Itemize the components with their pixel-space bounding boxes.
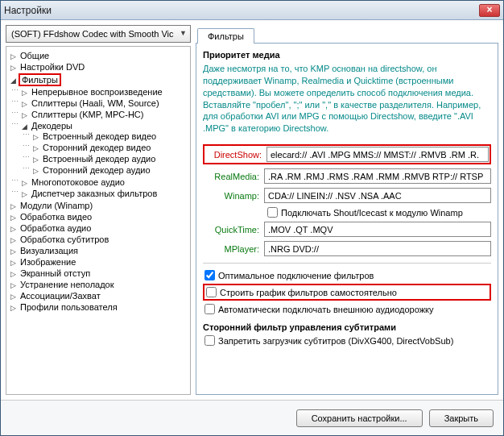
tree-item[interactable]: ▷Непрерывное воспроизведение xyxy=(21,86,190,98)
media-description: Даже несмотря на то, что KMP основан на … xyxy=(203,63,491,135)
expand-icon: ▷ xyxy=(32,168,39,175)
tree-item[interactable]: ▷Ассоциации/Захват xyxy=(10,290,190,301)
tree-item-label[interactable]: Диспетчер заказных фильтров xyxy=(30,189,159,198)
row-shout-icecast: Подключать Shout/Icecast к модулю Winamp xyxy=(203,207,491,218)
tree-item[interactable]: ▷Обработка видео xyxy=(10,211,190,222)
row-directshow: DirectShow: xyxy=(203,144,491,164)
input-realmedia[interactable] xyxy=(264,168,491,184)
expand-icon: ▷ xyxy=(10,271,17,278)
tree-item-label[interactable]: Обработка видео xyxy=(19,212,93,222)
settings-window: Настройки × (SOFT) FFdshow Codec with Sm… xyxy=(0,0,504,436)
tree-item[interactable]: ▷Сплиттеры (Haali, WM, Source) xyxy=(21,98,190,109)
save-button[interactable]: Сохранить настройки... xyxy=(296,409,423,427)
label-winamp: Winamp: xyxy=(203,191,259,201)
tree-item[interactable]: ▷Обработка аудио xyxy=(10,222,190,234)
expand-icon: ▷ xyxy=(10,293,17,301)
row-quicktime: QuickTime: xyxy=(203,222,491,237)
row-realmedia: RealMedia: xyxy=(203,168,491,184)
tree-item[interactable]: ▷Визуализация xyxy=(10,245,190,256)
tree-item[interactable]: ▷Встроенный декодер аудио xyxy=(32,153,190,164)
input-mplayer[interactable] xyxy=(264,241,491,256)
expand-icon: ▷ xyxy=(10,237,17,244)
collapse-icon[interactable]: ◢ xyxy=(21,123,28,131)
expand-icon: ▷ xyxy=(21,101,28,108)
tree-item[interactable]: ▷Сплиттеры (KMP, MPC-HC) xyxy=(21,109,190,120)
tree-item-label[interactable]: Декодеры xyxy=(30,121,74,131)
tabstrip: Фильтры xyxy=(196,25,498,43)
tree-item-label[interactable]: Изображение xyxy=(19,257,77,267)
checkbox-shout-icecast[interactable] xyxy=(267,207,278,218)
collapse-icon[interactable]: ◢ xyxy=(10,77,17,85)
tree-item[interactable]: ▷Обработка субтитров xyxy=(10,234,190,245)
group-media-title: Приоритет медиа xyxy=(203,50,491,60)
row-build-self: Строить график фильтров самостоятельно xyxy=(203,284,491,301)
tree-item-label[interactable]: Встроенный декодер аудио xyxy=(41,154,157,164)
tree-item-label[interactable]: Обработка субтитров xyxy=(19,235,110,244)
tree-item[interactable]: ◢Фильтры▷Непрерывное воспроизведение▷Спл… xyxy=(10,73,190,200)
tree-item-label[interactable]: Сплиттеры (Haali, WM, Source) xyxy=(30,98,161,108)
codec-select-value: (SOFT) FFdshow Codec with Smooth Vic xyxy=(11,29,174,39)
tree-item[interactable]: ▷Устранение неполадок xyxy=(10,279,190,290)
close-button[interactable]: Закрыть xyxy=(429,409,494,427)
expand-icon: ▷ xyxy=(10,53,17,60)
checkbox-optimal[interactable] xyxy=(204,270,215,280)
tree-item[interactable]: ▷Общие xyxy=(10,50,190,61)
label-build-self: Строить график фильтров самостоятельно xyxy=(220,288,397,297)
tree-item[interactable]: ▷Встроенный декодер видео xyxy=(32,131,190,142)
checkbox-deny-sub-loader[interactable] xyxy=(204,335,215,346)
tree-item-label[interactable]: Экранный отступ xyxy=(19,268,92,278)
tree-item-label[interactable]: Сторонний декодер аудио xyxy=(41,165,152,175)
expand-icon: ▷ xyxy=(21,112,28,119)
checkbox-auto-ext-audio[interactable] xyxy=(204,304,215,314)
tree-item-label[interactable]: Ассоциации/Захват xyxy=(19,291,102,301)
label-auto-ext-audio: Автоматически подключать внешнюю аудиодо… xyxy=(218,305,434,314)
input-winamp[interactable] xyxy=(264,188,491,203)
tree-item-label[interactable]: Фильтры xyxy=(19,73,61,86)
tree-item[interactable]: ▷Экранный отступ xyxy=(10,268,190,279)
tree-item[interactable]: ▷Модули (Winamp) xyxy=(10,200,190,211)
input-directshow[interactable] xyxy=(266,147,489,162)
expand-icon: ▷ xyxy=(21,89,28,97)
codec-select[interactable]: (SOFT) FFdshow Codec with Smooth Vic xyxy=(6,25,191,43)
tree-item-label[interactable]: Многопотоковое аудио xyxy=(30,177,126,187)
checkbox-build-self[interactable] xyxy=(206,287,217,297)
input-quicktime[interactable] xyxy=(264,222,491,237)
tree-item-label[interactable]: Непрерывное воспроизведение xyxy=(30,87,164,97)
left-column: (SOFT) FFdshow Codec with Smooth Vic ▷Об… xyxy=(6,25,191,395)
label-shout-icecast: Подключать Shout/Icecast к модулю Winamp xyxy=(281,208,463,218)
tree-item-label[interactable]: Встроенный декодер видео xyxy=(41,131,158,141)
expand-icon: ▷ xyxy=(10,214,17,222)
expand-icon: ▷ xyxy=(10,64,17,72)
tree-item-label[interactable]: Устранение неполадок xyxy=(19,280,116,289)
tree-item[interactable]: ▷Диспетчер заказных фильтров xyxy=(21,188,190,199)
tree-item[interactable]: ▷Профили пользователя xyxy=(10,301,190,313)
tree-item-label[interactable]: Общие xyxy=(19,51,51,60)
tree-item[interactable]: ▷Сторонний декодер видео xyxy=(32,142,190,153)
tree-item[interactable]: ▷Настройки DVD xyxy=(10,61,190,73)
tree-item-label[interactable]: Визуализация xyxy=(19,246,80,255)
tree-item-label[interactable]: Обработка аудио xyxy=(19,223,93,233)
tree-item-label[interactable]: Сторонний декодер видео xyxy=(41,143,152,152)
tree-item[interactable]: ▷Изображение xyxy=(10,256,190,268)
tree-item-label[interactable]: Сплиттеры (KMP, MPC-HC) xyxy=(30,110,145,119)
group-subtitle-title: Сторонний фильтр управления субтитрами xyxy=(203,322,491,332)
separator xyxy=(203,263,491,264)
tree-item[interactable]: ▷Многопотоковое аудио xyxy=(21,176,190,188)
label-mplayer: MPlayer: xyxy=(203,244,259,254)
tab-filters[interactable]: Фильтры xyxy=(197,28,254,44)
row-winamp: Winamp: xyxy=(203,188,491,203)
expand-icon: ▷ xyxy=(10,282,17,289)
row-mplayer: MPlayer: xyxy=(203,241,491,256)
settings-tree[interactable]: ▷Общие▷Настройки DVD◢Фильтры▷Непрерывное… xyxy=(6,46,191,395)
close-icon[interactable]: × xyxy=(479,4,500,17)
tree-item[interactable]: ◢Декодеры▷Встроенный декодер видео▷Сторо… xyxy=(21,120,190,176)
right-column: Фильтры Приоритет медиа Даже несмотря на… xyxy=(196,25,498,395)
group-media-priority: Приоритет медиа Даже несмотря на то, что… xyxy=(203,50,491,314)
expand-icon: ▷ xyxy=(10,260,17,267)
expand-icon: ▷ xyxy=(10,226,17,233)
tree-item-label[interactable]: Профили пользователя xyxy=(19,302,119,312)
tree-item[interactable]: ▷Сторонний декодер аудио xyxy=(32,164,190,176)
footer: Сохранить настройки... Закрыть xyxy=(1,400,503,435)
tree-item-label[interactable]: Модули (Winamp) xyxy=(19,201,94,210)
tree-item-label[interactable]: Настройки DVD xyxy=(19,62,86,72)
